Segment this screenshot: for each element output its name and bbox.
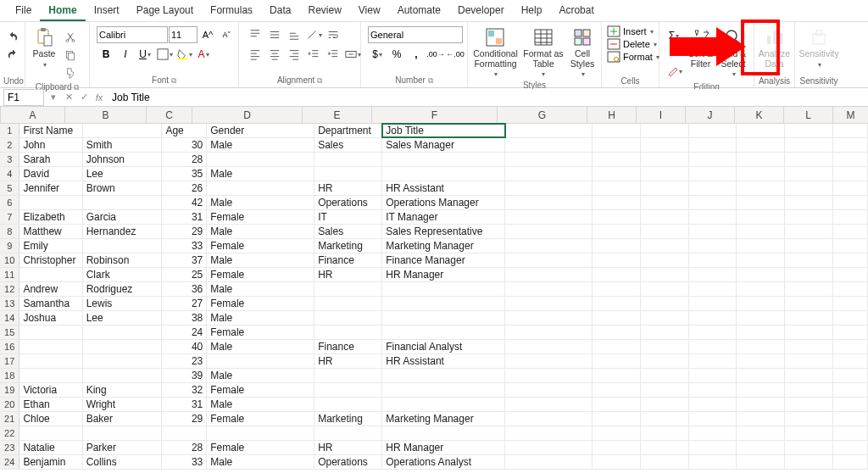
cell-K16[interactable] <box>737 340 785 353</box>
cell-A14[interactable]: Joshua <box>19 311 82 325</box>
undo-button[interactable] <box>3 29 22 46</box>
row-header-18[interactable]: 18 <box>0 369 19 382</box>
cell-L18[interactable] <box>785 369 833 382</box>
tab-automate[interactable]: Automate <box>389 0 449 21</box>
row-header-16[interactable]: 16 <box>0 340 19 353</box>
cell-M21[interactable] <box>833 412 868 426</box>
format-cells-button[interactable]: Format <box>623 52 653 62</box>
cell-D14[interactable]: Male <box>207 311 314 325</box>
row-header-7[interactable]: 7 <box>0 210 19 224</box>
align-bottom-button[interactable] <box>285 26 303 43</box>
cell-C10[interactable]: 37 <box>162 253 207 267</box>
cell-H21[interactable] <box>593 412 641 426</box>
cell-L2[interactable] <box>785 138 833 152</box>
cell-K13[interactable] <box>737 297 785 310</box>
cell-J4[interactable] <box>689 167 737 181</box>
cell-M16[interactable] <box>833 340 868 353</box>
cell-L10[interactable] <box>785 253 833 267</box>
alignment-dialog-launcher[interactable]: ⧉ <box>317 76 322 85</box>
cell-M19[interactable] <box>833 383 868 397</box>
cell-A7[interactable]: Elizabeth <box>19 210 82 224</box>
cell-A9[interactable]: Emily <box>19 239 82 253</box>
cell-L6[interactable] <box>785 196 833 209</box>
cell-B12[interactable]: Rodriguez <box>83 282 163 296</box>
cell-B3[interactable]: Johnson <box>83 153 163 166</box>
cell-H24[interactable] <box>593 455 641 469</box>
cell-H14[interactable] <box>593 311 641 325</box>
row-header-13[interactable]: 13 <box>0 297 19 310</box>
cell-A17[interactable] <box>19 354 82 368</box>
cell-L20[interactable] <box>785 398 833 411</box>
cell-B16[interactable] <box>83 340 163 353</box>
cell-L15[interactable] <box>785 326 833 339</box>
cell-E23[interactable]: HR <box>314 441 382 454</box>
cell-K5[interactable] <box>737 181 785 195</box>
cell-M6[interactable] <box>833 196 868 209</box>
cell-E19[interactable] <box>314 383 382 397</box>
cell-A21[interactable]: Chloe <box>19 412 82 426</box>
enter-formula-button[interactable]: ✓ <box>76 92 92 103</box>
cell-styles-button[interactable]: Cell Styles▾ <box>567 25 598 80</box>
cell-J20[interactable] <box>689 398 737 411</box>
cell-H11[interactable] <box>593 268 641 281</box>
cell-J18[interactable] <box>689 369 737 382</box>
cell-D22[interactable] <box>207 426 314 440</box>
cell-K19[interactable] <box>737 383 785 397</box>
cell-B8[interactable]: Hernandez <box>83 225 163 238</box>
cell-H22[interactable] <box>593 426 641 440</box>
row-header-9[interactable]: 9 <box>0 239 19 253</box>
cell-M2[interactable] <box>833 138 868 152</box>
cell-M17[interactable] <box>833 354 868 368</box>
cell-F9[interactable]: Marketing Manager <box>382 239 504 253</box>
cell-B20[interactable]: Wright <box>83 398 163 411</box>
cell-H3[interactable] <box>593 153 641 166</box>
cell-J9[interactable] <box>689 239 737 253</box>
cell-M12[interactable] <box>833 282 868 296</box>
cell-J2[interactable] <box>689 138 737 152</box>
cell-D15[interactable]: Female <box>207 326 314 339</box>
cell-A19[interactable]: Victoria <box>19 383 82 397</box>
align-top-button[interactable] <box>246 26 264 43</box>
cell-E24[interactable]: Operations <box>314 455 382 469</box>
cell-D6[interactable]: Male <box>207 196 314 209</box>
cell-L24[interactable] <box>785 455 833 469</box>
cell-C15[interactable]: 24 <box>162 326 207 339</box>
bold-button[interactable]: B <box>97 46 115 63</box>
cell-I1[interactable] <box>641 124 689 137</box>
cell-H18[interactable] <box>593 369 641 382</box>
cell-M10[interactable] <box>833 253 868 267</box>
cell-A11[interactable] <box>19 268 82 281</box>
cell-H12[interactable] <box>593 282 641 296</box>
cell-F12[interactable] <box>382 282 504 296</box>
cell-J22[interactable] <box>689 426 737 440</box>
cell-G24[interactable] <box>505 455 593 469</box>
cell-C21[interactable]: 29 <box>162 412 207 426</box>
cell-D17[interactable] <box>207 354 314 368</box>
cell-L21[interactable] <box>785 412 833 426</box>
cell-C13[interactable]: 27 <box>162 297 207 310</box>
cell-K23[interactable] <box>737 441 785 454</box>
cell-F22[interactable] <box>382 426 504 440</box>
cell-H9[interactable] <box>593 239 641 253</box>
row-header-6[interactable]: 6 <box>0 196 19 209</box>
cell-L8[interactable] <box>785 225 833 238</box>
format-as-table-button[interactable]: Format as Table▾ <box>521 25 565 80</box>
cell-I17[interactable] <box>641 354 689 368</box>
cell-E4[interactable] <box>314 167 382 181</box>
cell-E11[interactable]: HR <box>314 268 382 281</box>
cell-D10[interactable]: Male <box>207 253 314 267</box>
cell-H15[interactable] <box>593 326 641 339</box>
cell-D11[interactable]: Female <box>207 268 314 281</box>
cell-E8[interactable]: Sales <box>314 225 382 238</box>
cell-B21[interactable]: Baker <box>83 412 163 426</box>
cell-E1[interactable]: Department <box>314 124 382 137</box>
cell-J7[interactable] <box>689 210 737 224</box>
cell-J8[interactable] <box>689 225 737 238</box>
cell-B7[interactable]: Garcia <box>83 210 163 224</box>
cell-J6[interactable] <box>689 196 737 209</box>
tab-acrobat[interactable]: Acrobat <box>550 0 602 21</box>
cell-M1[interactable] <box>833 124 868 137</box>
row-header-15[interactable]: 15 <box>0 326 19 339</box>
decrease-font-button[interactable]: A˅ <box>218 26 236 43</box>
fill-button[interactable]: ▾ <box>665 45 683 62</box>
